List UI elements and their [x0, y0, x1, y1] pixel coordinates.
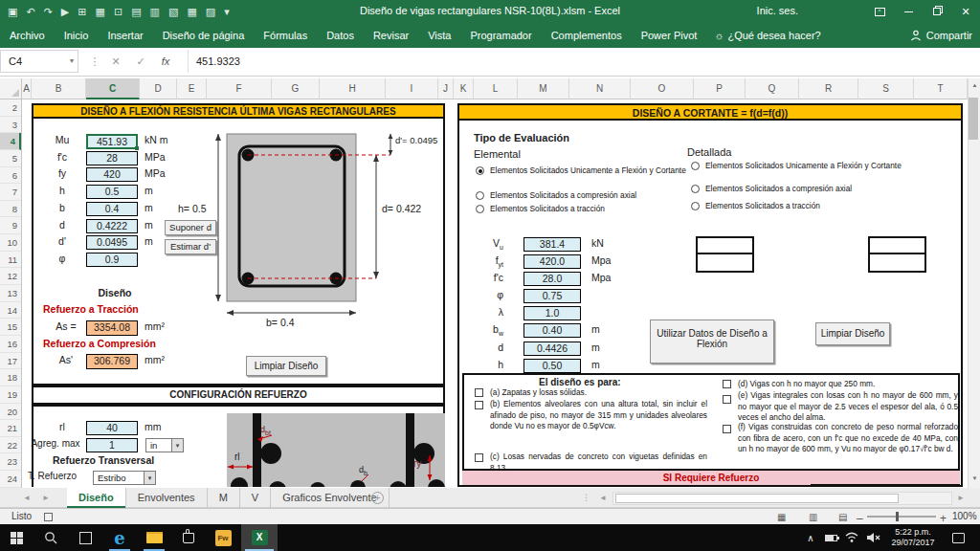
hscroll-right-icon[interactable]: ►: [957, 488, 965, 508]
fw-app-button[interactable]: Fw: [207, 524, 239, 551]
sheet-tab-v[interactable]: V: [240, 488, 271, 508]
record-macro-icon[interactable]: [44, 513, 53, 521]
row-header[interactable]: 14: [0, 302, 21, 320]
column-header[interactable]: O: [631, 78, 694, 99]
sheet-tab-envolventes[interactable]: Envolventes: [126, 488, 208, 508]
vertical-scroll-thumb[interactable]: [969, 98, 978, 140]
copy-icon[interactable]: ▧: [168, 4, 178, 19]
row-header[interactable]: 10: [0, 234, 21, 252]
column-header[interactable]: P: [694, 78, 746, 99]
edge-button[interactable]: e: [103, 524, 136, 551]
tab-power-pivot[interactable]: Power Pivot: [632, 23, 707, 48]
hscroll-left-icon[interactable]: ◄: [599, 488, 607, 508]
tab-diseno-pagina[interactable]: Diseño de página: [153, 23, 255, 48]
tab-inicio[interactable]: Inicio: [55, 23, 99, 48]
input-cell[interactable]: 420: [86, 167, 138, 182]
row-header[interactable]: 17: [0, 353, 21, 370]
row-header[interactable]: 5: [0, 150, 21, 167]
tab-formulas[interactable]: Fórmulas: [254, 23, 317, 48]
zoom-level[interactable]: 100%: [952, 511, 977, 521]
sheet-tab-diseno[interactable]: Diseño: [67, 488, 126, 508]
row-header[interactable]: 15: [0, 319, 21, 336]
cell-C4-selected[interactable]: 451.93: [86, 134, 138, 149]
checkbox-b[interactable]: [475, 401, 483, 409]
column-header[interactable]: T: [914, 78, 968, 99]
search-button[interactable]: [34, 524, 67, 551]
column-header[interactable]: M: [518, 78, 569, 99]
share-button[interactable]: Compartir: [910, 30, 972, 41]
tab-splitter-icon[interactable]: ⋮: [582, 488, 590, 508]
name-box[interactable]: C4 ▾: [0, 50, 78, 73]
zoom-slider-thumb[interactable]: [896, 512, 899, 521]
row-header[interactable]: 22: [0, 437, 21, 454]
column-header[interactable]: N: [569, 78, 631, 99]
insert-function-icon[interactable]: fx: [155, 50, 176, 73]
horizontal-scroll-thumb[interactable]: [615, 494, 899, 503]
excel-taskbar-button[interactable]: X: [241, 524, 278, 551]
column-header[interactable]: E: [177, 78, 207, 99]
column-header[interactable]: S: [858, 78, 914, 99]
dropdown-arrow-icon[interactable]: ▾: [171, 439, 183, 452]
row-header[interactable]: 23: [0, 453, 21, 471]
tab-complementos[interactable]: Complementos: [542, 23, 632, 48]
agreg-input-cell[interactable]: 1: [86, 438, 138, 452]
input-cell[interactable]: 420.0: [523, 254, 581, 269]
input-cell[interactable]: 1.0: [523, 306, 581, 320]
column-header[interactable]: Q: [746, 78, 799, 99]
row-header[interactable]: 12: [0, 268, 21, 285]
row-header[interactable]: 21: [0, 420, 21, 437]
tray-chevron-button[interactable]: ∧: [802, 524, 819, 551]
input-cell[interactable]: 28: [86, 151, 138, 165]
input-cell[interactable]: 0.9: [86, 253, 138, 267]
tab-revisar[interactable]: Revisar: [364, 23, 418, 48]
radio-detallada-traccion[interactable]: [691, 202, 700, 210]
file-explorer-button[interactable]: [138, 524, 170, 551]
radio-elemental-compresion[interactable]: [476, 191, 484, 200]
input-cell[interactable]: 28.0: [523, 272, 581, 286]
next-sheet-icon[interactable]: ►: [42, 488, 50, 508]
column-header[interactable]: F: [207, 78, 272, 99]
form-icon[interactable]: ⊞: [78, 4, 86, 19]
normal-view-icon[interactable]: ▦: [777, 512, 786, 522]
cancel-entry-icon[interactable]: ✕: [105, 50, 126, 73]
minimize-button[interactable]: [894, 0, 923, 23]
name-box-dropdown-icon[interactable]: ▾: [70, 51, 74, 72]
radio-elemental-traccion[interactable]: [476, 205, 484, 213]
rl-input-cell[interactable]: 40: [86, 421, 138, 435]
task-view-button[interactable]: [69, 524, 101, 551]
agreg-unit-dropdown[interactable]: in ▾: [145, 438, 184, 452]
input-cell[interactable]: 0.40: [523, 323, 581, 338]
row-header[interactable]: 3: [0, 117, 21, 134]
radio-detallada-compresion[interactable]: [691, 185, 700, 193]
radio-elemental-flexion-cortante-selected[interactable]: [476, 166, 484, 175]
limpiar-cortante-button[interactable]: Limpiar Diseño: [815, 322, 890, 345]
prev-sheet-icon[interactable]: ◄: [23, 488, 31, 508]
add-sheet-icon[interactable]: +: [371, 492, 384, 504]
dropdown-arrow-icon[interactable]: ▾: [144, 472, 155, 484]
row-header[interactable]: 19: [0, 386, 21, 404]
tab-datos[interactable]: Datos: [317, 23, 364, 48]
input-cell[interactable]: 0.50: [523, 359, 581, 373]
tab-archivo[interactable]: Archivo: [0, 23, 55, 48]
input-cell[interactable]: 0.0495: [86, 235, 138, 250]
radio-detallada-flexion-cortante[interactable]: [691, 162, 700, 170]
checkbox-a[interactable]: [475, 388, 483, 397]
row-header[interactable]: 8: [0, 201, 21, 218]
input-cell[interactable]: 0.4426: [523, 342, 581, 356]
zoom-in-icon[interactable]: +: [940, 512, 947, 525]
vertical-scrollbar[interactable]: ▲ ▼: [968, 78, 980, 488]
tab-programador[interactable]: Programador: [460, 23, 541, 48]
column-header[interactable]: B: [32, 78, 86, 99]
formula-input[interactable]: 451.9323: [188, 50, 976, 73]
row-header[interactable]: 24: [0, 471, 21, 488]
column-header[interactable]: D: [140, 78, 177, 99]
camera-icon[interactable]: ⊡: [114, 4, 122, 19]
row-header[interactable]: 13: [0, 285, 21, 302]
input-cell[interactable]: 381.4: [523, 237, 581, 252]
notes-icon[interactable]: ▤: [131, 4, 141, 19]
ribbon-display-options-button[interactable]: ^: [865, 0, 894, 23]
utilizar-datos-button[interactable]: Utilizar Datos de Diseño a Flexión: [650, 320, 774, 364]
row-header-selected[interactable]: 4: [0, 133, 21, 150]
store-button[interactable]: [172, 524, 205, 551]
zoom-slider-track[interactable]: [867, 516, 936, 518]
